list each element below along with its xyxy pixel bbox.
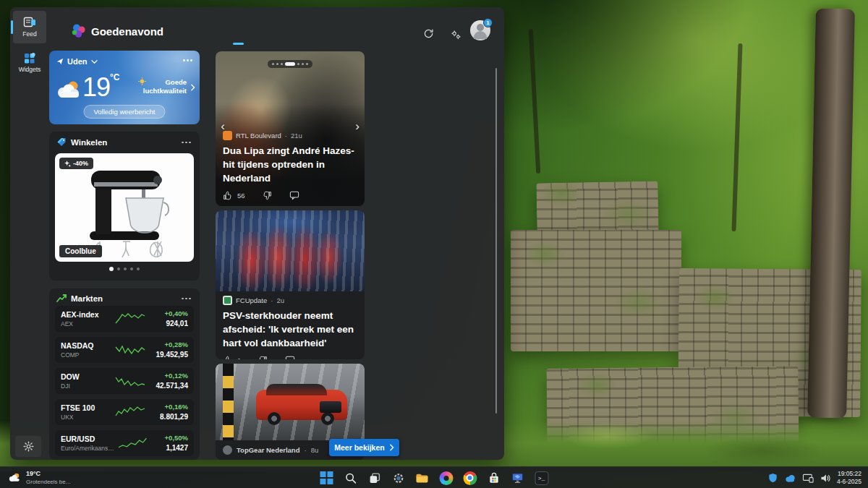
chrome-icon bbox=[463, 471, 477, 485]
shopping-tag-icon bbox=[56, 137, 67, 147]
sparkle-icon bbox=[64, 160, 71, 167]
car-grille bbox=[320, 401, 341, 413]
monitor-app-icon bbox=[511, 472, 524, 484]
copilot-button[interactable] bbox=[437, 468, 456, 487]
weather-location-row[interactable]: Uden bbox=[56, 57, 98, 66]
thumbs-down-icon[interactable] bbox=[258, 356, 268, 359]
microsoft-store-button[interactable] bbox=[485, 468, 503, 487]
market-row-aex[interactable]: AEX-index AEX +0,40% 924,01 bbox=[55, 306, 194, 332]
weather-widget[interactable]: Uden 19°C Goede luchtkw bbox=[49, 51, 200, 124]
settings-button[interactable] bbox=[389, 468, 408, 487]
market-row-dow[interactable]: DOW DJI +0,12% 42.571,34 bbox=[55, 368, 194, 394]
sparkline bbox=[114, 374, 146, 388]
panel-settings-button[interactable] bbox=[15, 436, 41, 457]
security-shield-icon[interactable] bbox=[767, 473, 778, 484]
meta-separator: · bbox=[285, 132, 287, 140]
car-wheel bbox=[268, 412, 281, 425]
discount-badge: -40% bbox=[59, 158, 93, 169]
market-ticker: DJI bbox=[61, 382, 80, 390]
sparkline bbox=[117, 436, 148, 450]
discount-label: -40% bbox=[73, 160, 88, 167]
shopping-menu-button[interactable] bbox=[180, 139, 192, 147]
sidebar-item-feed[interactable]: Feed bbox=[13, 11, 46, 43]
market-name: DOW bbox=[61, 372, 80, 382]
red-suv bbox=[256, 390, 347, 420]
air-quality-text[interactable]: Goede luchtkwaliteit bbox=[132, 78, 187, 96]
chevron-down-icon bbox=[91, 59, 98, 64]
car-wheel bbox=[321, 412, 334, 425]
market-ticker: Euro/Amerikaanse dollar bbox=[61, 445, 117, 452]
sidebar-widgets-label: Widgets bbox=[19, 66, 41, 73]
market-ticker: COMP bbox=[61, 351, 94, 359]
see-more-button[interactable]: Meer bekijken bbox=[329, 439, 399, 456]
sparkline bbox=[114, 343, 146, 357]
market-row-nasdaq[interactable]: NASDAQ COMP +0,28% 19.452,95 bbox=[55, 337, 194, 363]
start-logo-icon bbox=[71, 23, 87, 39]
product-image[interactable]: -40% Coolblue bbox=[55, 153, 194, 262]
search-button[interactable] bbox=[341, 468, 360, 487]
like-count: 1 bbox=[237, 356, 241, 359]
article-title[interactable]: PSV-sterkhouder neemt afscheid: 'Ik vert… bbox=[223, 309, 357, 350]
source-logo-rtl bbox=[223, 131, 232, 140]
sparkline bbox=[114, 312, 146, 326]
source-row: RTL Boulevard · 21u bbox=[223, 131, 357, 140]
taskbar-weather-temp: 19°C bbox=[26, 470, 70, 478]
chrome-button[interactable] bbox=[461, 468, 480, 487]
full-weather-report-button[interactable]: Volledig weerbericht bbox=[83, 105, 165, 119]
article-time: 2u bbox=[276, 296, 284, 304]
terminal-icon: >_ bbox=[535, 471, 548, 485]
markets-widget[interactable]: Markten AEX-index AEX +0,40% 924,01 NASD… bbox=[49, 288, 200, 460]
taskbar-weather-widget[interactable]: 19°C Grotendeels be... bbox=[3, 468, 75, 487]
article-time: 8u bbox=[311, 446, 319, 454]
remote-desktop-button[interactable] bbox=[509, 468, 527, 487]
merchant-label: Coolblue bbox=[59, 245, 102, 257]
market-name: EUR/USD bbox=[61, 435, 117, 445]
thumbs-up-icon[interactable] bbox=[223, 191, 232, 200]
tree-trunk-thin bbox=[529, 29, 540, 174]
article-time: 21u bbox=[291, 132, 302, 140]
ruins-wall bbox=[511, 230, 681, 351]
market-name: FTSE 100 bbox=[61, 403, 95, 414]
clock-date: 4-6-2025 bbox=[837, 478, 861, 486]
panel-scrollbar[interactable] bbox=[495, 68, 497, 414]
task-view-button[interactable] bbox=[365, 468, 384, 487]
notification-badge: 1 bbox=[483, 18, 493, 27]
markets-menu-button[interactable] bbox=[180, 295, 192, 303]
meta-separator: · bbox=[304, 446, 306, 454]
article-title[interactable]: Dua Lipa zingt André Hazes-hit tijdens o… bbox=[223, 144, 357, 185]
markets-chart-icon bbox=[56, 294, 67, 303]
sidebar-item-widgets[interactable]: Widgets bbox=[13, 46, 46, 79]
weather-menu-button[interactable] bbox=[182, 56, 194, 64]
gear-icon bbox=[392, 472, 404, 484]
clock[interactable]: 19:05:22 4-6-2025 bbox=[837, 470, 861, 487]
user-avatar[interactable]: 1 bbox=[470, 20, 490, 40]
avatar-head bbox=[477, 24, 484, 31]
market-ticker: AEX bbox=[61, 320, 99, 328]
thumbs-down-icon[interactable] bbox=[263, 191, 272, 200]
source-name: FCUpdate bbox=[236, 296, 267, 304]
terminal-button[interactable]: >_ bbox=[532, 468, 551, 487]
shopping-widget[interactable]: Winkelen bbox=[49, 132, 200, 281]
start-button[interactable] bbox=[318, 468, 336, 487]
screen: Feed Widgets bbox=[0, 0, 868, 488]
article-card-dua-lipa[interactable]: ‹ › RTL Boulevard · 21u Dua Lipa zingt A… bbox=[216, 51, 365, 206]
comment-icon[interactable] bbox=[285, 356, 295, 359]
volume-icon[interactable] bbox=[820, 474, 831, 483]
article-card-psv[interactable]: FCUpdate · 2u PSV-sterkhouder neemt afsc… bbox=[216, 210, 365, 359]
integrations-button[interactable] bbox=[447, 26, 464, 43]
refresh-button[interactable] bbox=[420, 25, 437, 42]
comment-icon[interactable] bbox=[289, 191, 299, 200]
refresh-icon bbox=[423, 28, 434, 39]
file-explorer-button[interactable] bbox=[413, 468, 432, 487]
market-row-ftse[interactable]: FTSE 100 UKX +0,16% 8.801,29 bbox=[55, 399, 194, 425]
weather-unit: °C bbox=[110, 72, 119, 82]
thumbs-up-icon[interactable] bbox=[223, 356, 232, 359]
shopping-pagination[interactable] bbox=[49, 267, 200, 271]
location-icon bbox=[56, 58, 64, 65]
market-row-eurusd[interactable]: EUR/USD Euro/Amerikaanse dollar +0,50% 1… bbox=[55, 430, 194, 456]
market-ticker: UKX bbox=[61, 414, 95, 421]
onedrive-cloud-icon[interactable] bbox=[784, 474, 796, 483]
phone-link-icon[interactable] bbox=[802, 473, 814, 484]
like-count: 56 bbox=[237, 192, 245, 200]
market-change: +0,28% bbox=[146, 341, 188, 350]
